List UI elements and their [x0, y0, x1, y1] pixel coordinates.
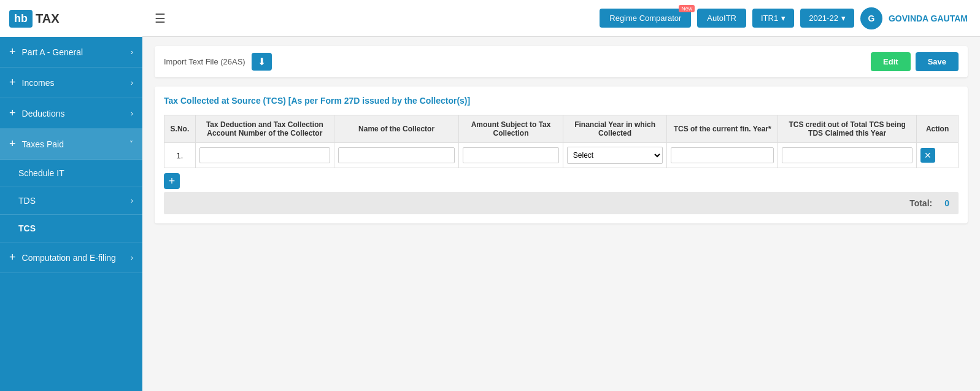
save-button[interactable]: Save — [916, 52, 959, 71]
new-badge: New — [679, 5, 695, 12]
sidebar-item-tcs[interactable]: TCS — [0, 215, 142, 242]
cell-tcs-credit — [778, 143, 917, 168]
arrow-icon: › — [131, 196, 133, 205]
sidebar-item-deductions[interactable]: + Deductions › — [0, 98, 142, 129]
itr1-chevron-icon: ▾ — [781, 14, 785, 23]
arrow-icon: › — [131, 79, 133, 87]
import-bar: Import Text File (26AS) ⬇ Edit Save — [155, 46, 968, 77]
arrow-icon: › — [131, 48, 133, 56]
cell-sno: 1. — [164, 143, 196, 168]
cell-action: ✕ — [917, 143, 959, 168]
regime-comparator-wrapper: Regime Comparator New — [600, 9, 691, 28]
tcs-card: Tax Collected at Source (TCS) [As per Fo… — [155, 87, 968, 223]
close-icon: ✕ — [924, 150, 932, 160]
arrow-icon: › — [131, 109, 133, 118]
edit-button[interactable]: Edit — [871, 52, 911, 71]
cell-tcs-current — [667, 143, 778, 168]
itr1-label: ITR1 — [761, 14, 778, 23]
sidebar-item-tds[interactable]: TDS › — [0, 187, 142, 215]
col-action: Action — [917, 115, 959, 143]
total-row: Total: 0 — [164, 192, 959, 214]
col-fin-year: Financial Year in which Collected — [563, 115, 667, 143]
table-row: 1. Select 2021-22 — [164, 143, 959, 168]
regime-comparator-button[interactable]: Regime Comparator — [600, 9, 691, 28]
collector-name-input[interactable] — [338, 147, 455, 163]
content-area: Import Text File (26AS) ⬇ Edit Save Tax … — [142, 37, 980, 391]
sidebar-item-part-a[interactable]: + Part A - General › — [0, 37, 142, 68]
hamburger-icon[interactable]: ☰ — [155, 11, 166, 26]
year-dropdown[interactable]: 2021-22 ▾ — [800, 9, 854, 28]
sidebar-item-label: TCS — [18, 223, 36, 233]
logo-hb: hb — [9, 10, 33, 28]
sidebar-item-taxes-paid[interactable]: + Taxes Paid ˅ — [0, 129, 142, 160]
arrow-icon: › — [131, 254, 133, 262]
user-name: GOVINDA GAUTAM — [889, 14, 968, 23]
tcs-credit-input[interactable] — [782, 147, 912, 163]
col-tcs-credit: TCS credit out of Total TCS being TDS Cl… — [778, 115, 917, 143]
user-avatar: G — [860, 7, 882, 29]
tcs-current-input[interactable] — [671, 147, 774, 163]
sidebar-item-incomes[interactable]: + Incomes › — [0, 68, 142, 98]
col-tan: Tax Deduction and Tax Collection Account… — [195, 115, 334, 143]
sidebar-item-label: TDS — [18, 196, 36, 206]
itr1-dropdown[interactable]: ITR1 ▾ — [752, 9, 794, 28]
total-label: Total: — [909, 198, 932, 208]
sidebar-item-label: Schedule IT — [18, 168, 64, 178]
fin-year-select[interactable]: Select 2021-22 2020-21 2019-20 — [567, 147, 663, 164]
tcs-table: S.No. Tax Deduction and Tax Collection A… — [164, 115, 959, 168]
col-collector: Name of the Collector — [334, 115, 458, 143]
plus-icon: + — [9, 76, 16, 89]
sidebar-item-label: Computation and E-filing — [22, 253, 116, 263]
sidebar-item-label: Incomes — [22, 78, 55, 88]
add-row-button[interactable]: + — [164, 173, 180, 189]
year-chevron-icon: ▾ — [841, 14, 846, 23]
logo: hb TAX — [0, 0, 142, 37]
total-value: 0 — [944, 198, 949, 208]
col-tcs-current: TCS of the current fin. Year* — [667, 115, 778, 143]
plus-icon: + — [9, 45, 16, 58]
sidebar-item-label: Part A - General — [22, 47, 83, 57]
sidebar-item-label: Deductions — [22, 109, 65, 118]
plus-icon: + — [9, 107, 16, 120]
sidebar: hb TAX + Part A - General › + Incomes › … — [0, 0, 142, 391]
logo-tax: TAX — [36, 12, 60, 26]
tan-input[interactable] — [199, 147, 330, 163]
cell-collector — [334, 143, 458, 168]
tcs-title: Tax Collected at Source (TCS) [As per Fo… — [164, 96, 959, 106]
plus-icon: + — [9, 251, 16, 264]
plus-icon: + — [9, 137, 16, 150]
col-amount: Amount Subject to Tax Collection — [459, 115, 563, 143]
cell-tan — [195, 143, 334, 168]
import-label: Import Text File (26AS) — [164, 57, 245, 66]
header: ☰ Regime Comparator New AutoITR ITR1 ▾ 2… — [142, 0, 980, 37]
download-button[interactable]: ⬇ — [252, 53, 272, 71]
sidebar-item-schedule-it[interactable]: Schedule IT — [0, 160, 142, 187]
cell-amount — [459, 143, 563, 168]
year-label: 2021-22 — [809, 14, 838, 23]
main-area: ☰ Regime Comparator New AutoITR ITR1 ▾ 2… — [142, 0, 980, 391]
sidebar-item-computation[interactable]: + Computation and E-filing › — [0, 242, 142, 273]
cell-fin-year: Select 2021-22 2020-21 2019-20 — [563, 143, 667, 168]
delete-row-button[interactable]: ✕ — [920, 148, 935, 163]
col-sno: S.No. — [164, 115, 196, 143]
autoitr-button[interactable]: AutoITR — [697, 9, 746, 28]
sidebar-item-label: Taxes Paid — [22, 139, 64, 149]
arrow-icon: ˅ — [129, 140, 133, 149]
amount-input[interactable] — [463, 147, 559, 163]
